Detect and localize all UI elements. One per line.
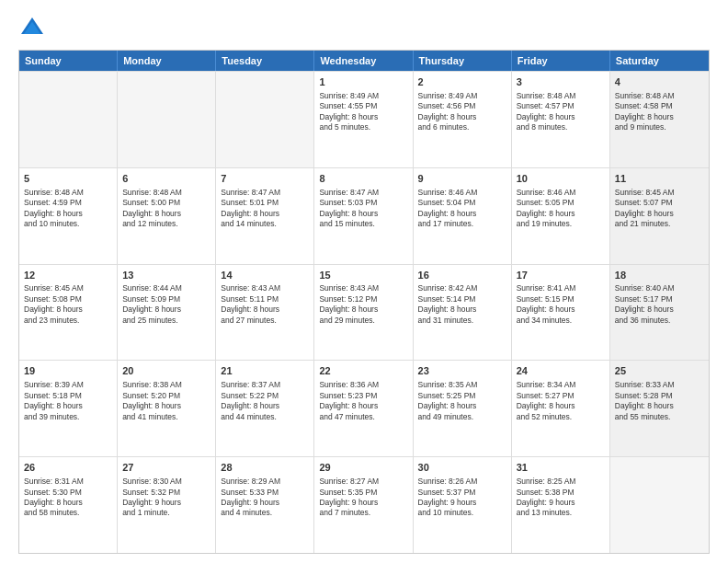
day-info: Sunrise: 8:48 AM Sunset: 4:57 PM Dayligh… — [517, 91, 605, 133]
day-number: 17 — [517, 269, 605, 282]
calendar-cell: 23Sunrise: 8:35 AM Sunset: 5:25 PM Dayli… — [414, 361, 512, 456]
calendar-cell: 9Sunrise: 8:46 AM Sunset: 5:04 PM Daylig… — [414, 168, 512, 264]
day-info: Sunrise: 8:43 AM Sunset: 5:12 PM Dayligh… — [319, 283, 407, 326]
day-number: 25 — [615, 364, 704, 378]
day-number: 9 — [418, 172, 506, 186]
day-info: Sunrise: 8:27 AM Sunset: 5:35 PM Dayligh… — [319, 477, 407, 519]
calendar-cell: 17Sunrise: 8:41 AM Sunset: 5:15 PM Dayli… — [512, 265, 610, 361]
day-info: Sunrise: 8:42 AM Sunset: 5:14 PM Dayligh… — [418, 283, 506, 326]
day-number: 20 — [122, 364, 210, 378]
calendar-cell: 24Sunrise: 8:34 AM Sunset: 5:27 PM Dayli… — [512, 361, 610, 456]
page-header — [18, 15, 710, 42]
calendar-cell: 31Sunrise: 8:25 AM Sunset: 5:38 PM Dayli… — [512, 457, 610, 553]
calendar-cell: 10Sunrise: 8:46 AM Sunset: 5:05 PM Dayli… — [512, 168, 610, 264]
day-info: Sunrise: 8:46 AM Sunset: 5:04 PM Dayligh… — [418, 188, 506, 230]
calendar-cell: 22Sunrise: 8:36 AM Sunset: 5:23 PM Dayli… — [314, 361, 413, 456]
day-info: Sunrise: 8:49 AM Sunset: 4:56 PM Dayligh… — [418, 91, 506, 133]
calendar-cell: 6Sunrise: 8:48 AM Sunset: 5:00 PM Daylig… — [118, 168, 216, 264]
day-number: 11 — [615, 172, 704, 186]
day-info: Sunrise: 8:35 AM Sunset: 5:25 PM Dayligh… — [418, 380, 506, 422]
calendar-cell: 4Sunrise: 8:48 AM Sunset: 4:58 PM Daylig… — [610, 72, 709, 167]
calendar-row: 12Sunrise: 8:45 AM Sunset: 5:08 PM Dayli… — [19, 264, 709, 361]
day-number: 1 — [319, 75, 407, 89]
day-info: Sunrise: 8:45 AM Sunset: 5:08 PM Dayligh… — [24, 283, 112, 326]
day-info: Sunrise: 8:31 AM Sunset: 5:30 PM Dayligh… — [24, 477, 112, 519]
day-info: Sunrise: 8:34 AM Sunset: 5:27 PM Dayligh… — [517, 380, 605, 422]
day-number: 2 — [418, 75, 506, 89]
day-number: 15 — [319, 269, 407, 282]
calendar-cell: 13Sunrise: 8:44 AM Sunset: 5:09 PM Dayli… — [118, 265, 216, 361]
calendar-header: SundayMondayTuesdayWednesdayThursdayFrid… — [19, 51, 709, 71]
day-number: 23 — [418, 364, 506, 378]
day-number: 13 — [122, 269, 210, 282]
day-number: 7 — [221, 172, 309, 186]
calendar-cell: 12Sunrise: 8:45 AM Sunset: 5:08 PM Dayli… — [19, 265, 118, 361]
calendar: SundayMondayTuesdayWednesdayThursdayFrid… — [18, 50, 710, 554]
weekday-header: Sunday — [19, 51, 118, 71]
day-number: 10 — [517, 172, 605, 186]
calendar-cell — [118, 72, 216, 167]
day-number: 29 — [319, 461, 407, 475]
day-info: Sunrise: 8:49 AM Sunset: 4:55 PM Dayligh… — [319, 91, 407, 133]
calendar-cell — [19, 72, 118, 167]
day-info: Sunrise: 8:48 AM Sunset: 4:58 PM Dayligh… — [615, 91, 704, 133]
calendar-row: 26Sunrise: 8:31 AM Sunset: 5:30 PM Dayli… — [19, 456, 709, 553]
calendar-cell: 11Sunrise: 8:45 AM Sunset: 5:07 PM Dayli… — [610, 168, 709, 264]
calendar-cell: 27Sunrise: 8:30 AM Sunset: 5:32 PM Dayli… — [118, 457, 216, 553]
day-info: Sunrise: 8:37 AM Sunset: 5:22 PM Dayligh… — [221, 380, 309, 422]
calendar-cell: 28Sunrise: 8:29 AM Sunset: 5:33 PM Dayli… — [216, 457, 314, 553]
day-number: 8 — [319, 172, 407, 186]
calendar-row: 5Sunrise: 8:48 AM Sunset: 4:59 PM Daylig… — [19, 167, 709, 264]
calendar-cell: 30Sunrise: 8:26 AM Sunset: 5:37 PM Dayli… — [414, 457, 512, 553]
day-info: Sunrise: 8:33 AM Sunset: 5:28 PM Dayligh… — [615, 380, 704, 422]
calendar-page: SundayMondayTuesdayWednesdayThursdayFrid… — [0, 0, 728, 563]
day-number: 4 — [615, 75, 704, 89]
weekday-header: Friday — [512, 51, 610, 71]
day-info: Sunrise: 8:47 AM Sunset: 5:01 PM Dayligh… — [221, 188, 309, 230]
day-number: 28 — [221, 461, 309, 475]
calendar-cell: 3Sunrise: 8:48 AM Sunset: 4:57 PM Daylig… — [512, 72, 610, 167]
weekday-header: Thursday — [414, 51, 512, 71]
calendar-cell: 14Sunrise: 8:43 AM Sunset: 5:11 PM Dayli… — [216, 265, 314, 361]
calendar-cell: 15Sunrise: 8:43 AM Sunset: 5:12 PM Dayli… — [314, 265, 413, 361]
day-info: Sunrise: 8:43 AM Sunset: 5:11 PM Dayligh… — [221, 283, 309, 326]
day-info: Sunrise: 8:47 AM Sunset: 5:03 PM Dayligh… — [319, 188, 407, 230]
logo — [18, 15, 50, 42]
calendar-cell — [610, 457, 709, 553]
weekday-header: Tuesday — [216, 51, 314, 71]
calendar-cell: 20Sunrise: 8:38 AM Sunset: 5:20 PM Dayli… — [118, 361, 216, 456]
day-number: 30 — [418, 461, 506, 475]
day-info: Sunrise: 8:46 AM Sunset: 5:05 PM Dayligh… — [517, 188, 605, 230]
calendar-cell: 1Sunrise: 8:49 AM Sunset: 4:55 PM Daylig… — [314, 72, 413, 167]
day-info: Sunrise: 8:44 AM Sunset: 5:09 PM Dayligh… — [122, 283, 210, 326]
calendar-cell — [216, 72, 314, 167]
day-number: 22 — [319, 364, 407, 378]
calendar-cell: 29Sunrise: 8:27 AM Sunset: 5:35 PM Dayli… — [314, 457, 413, 553]
calendar-cell: 21Sunrise: 8:37 AM Sunset: 5:22 PM Dayli… — [216, 361, 314, 456]
day-info: Sunrise: 8:48 AM Sunset: 5:00 PM Dayligh… — [122, 188, 210, 230]
day-number: 6 — [122, 172, 210, 186]
day-info: Sunrise: 8:30 AM Sunset: 5:32 PM Dayligh… — [122, 477, 210, 519]
day-info: Sunrise: 8:29 AM Sunset: 5:33 PM Dayligh… — [221, 477, 309, 519]
day-number: 16 — [418, 269, 506, 282]
day-info: Sunrise: 8:45 AM Sunset: 5:07 PM Dayligh… — [615, 188, 704, 230]
day-info: Sunrise: 8:26 AM Sunset: 5:37 PM Dayligh… — [418, 477, 506, 519]
day-info: Sunrise: 8:36 AM Sunset: 5:23 PM Dayligh… — [319, 380, 407, 422]
calendar-cell: 26Sunrise: 8:31 AM Sunset: 5:30 PM Dayli… — [19, 457, 118, 553]
calendar-cell: 25Sunrise: 8:33 AM Sunset: 5:28 PM Dayli… — [610, 361, 709, 456]
day-number: 5 — [24, 172, 112, 186]
day-number: 26 — [24, 461, 112, 475]
calendar-cell: 5Sunrise: 8:48 AM Sunset: 4:59 PM Daylig… — [19, 168, 118, 264]
logo-icon — [18, 15, 46, 42]
day-info: Sunrise: 8:41 AM Sunset: 5:15 PM Dayligh… — [517, 283, 605, 326]
day-number: 27 — [122, 461, 210, 475]
calendar-cell: 19Sunrise: 8:39 AM Sunset: 5:18 PM Dayli… — [19, 361, 118, 456]
day-info: Sunrise: 8:39 AM Sunset: 5:18 PM Dayligh… — [24, 380, 112, 422]
day-number: 3 — [517, 75, 605, 89]
calendar-cell: 8Sunrise: 8:47 AM Sunset: 5:03 PM Daylig… — [314, 168, 413, 264]
day-number: 21 — [221, 364, 309, 378]
day-number: 18 — [615, 269, 704, 282]
day-number: 19 — [24, 364, 112, 378]
day-info: Sunrise: 8:48 AM Sunset: 4:59 PM Dayligh… — [24, 188, 112, 230]
day-info: Sunrise: 8:25 AM Sunset: 5:38 PM Dayligh… — [517, 477, 605, 519]
